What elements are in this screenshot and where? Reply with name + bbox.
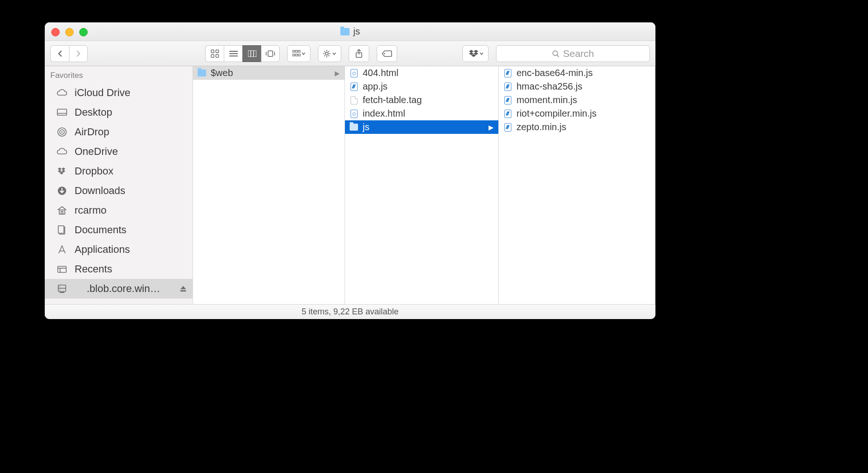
file-row[interactable]: index.html (345, 107, 498, 120)
sidebar-item-onedrive[interactable]: OneDrive (45, 142, 193, 161)
status-text: 5 items, 9,22 EB available (302, 307, 399, 317)
close-button[interactable] (51, 28, 60, 36)
item-name: $web (211, 68, 233, 78)
group-by-button[interactable] (287, 45, 310, 62)
share-button[interactable] (349, 45, 369, 62)
icon-view-button[interactable] (205, 45, 224, 62)
file-row[interactable]: zepto.min.js (499, 120, 655, 134)
desktop-icon (56, 107, 68, 118)
folder-row[interactable]: js▶ (345, 120, 498, 134)
sidebar-item-label: AirDrop (75, 126, 110, 138)
svg-rect-1 (216, 50, 219, 53)
file-icon (503, 69, 512, 77)
file-row[interactable]: hmac-sha256.js (499, 80, 655, 93)
finder-window: js (45, 22, 655, 319)
svg-rect-14 (296, 50, 297, 52)
file-row[interactable]: enc-base64-min.js (499, 66, 655, 80)
item-name: hmac-sha256.js (517, 81, 582, 92)
action-button[interactable] (318, 45, 341, 62)
view-mode-buttons (205, 45, 280, 62)
svg-rect-61 (60, 292, 64, 293)
content-area: Favorites iCloud DriveDesktopAirDropOneD… (45, 66, 655, 304)
item-name: riot+compiler.min.js (517, 108, 597, 119)
sidebar-item-label: Downloads (75, 185, 125, 197)
sidebar-header: Favorites (45, 69, 193, 83)
sidebar-item-rcarmo[interactable]: rcarmo (45, 201, 193, 220)
svg-rect-15 (298, 50, 300, 52)
file-row[interactable]: 404.html (345, 66, 498, 80)
file-icon (503, 83, 512, 91)
svg-line-26 (324, 55, 325, 56)
svg-rect-10 (268, 51, 273, 56)
back-button[interactable] (50, 45, 69, 62)
nav-buttons (50, 45, 88, 62)
search-field[interactable]: Search (496, 45, 650, 62)
sidebar-item--blob-core-win-[interactable]: .blob.core.win… (45, 279, 193, 299)
folder-icon (340, 28, 350, 35)
svg-point-59 (59, 286, 60, 287)
column-3: enc-base64-min.jshmac-sha256.jsmoment.mi… (499, 66, 655, 304)
file-row[interactable]: moment.min.js (499, 93, 655, 107)
svg-rect-49 (59, 210, 65, 214)
cloud-icon (56, 146, 68, 157)
sidebar-item-documents[interactable]: Documents (45, 220, 193, 240)
sidebar-item-applications[interactable]: Applications (45, 240, 193, 259)
sidebar-item-recents[interactable]: Recents (45, 259, 193, 279)
folder-row[interactable]: $web▶ (193, 66, 344, 80)
svg-rect-18 (298, 54, 300, 56)
airdrop-icon (56, 127, 68, 137)
folder-icon (350, 123, 358, 132)
folder-icon (198, 69, 206, 77)
svg-point-30 (384, 53, 386, 54)
sidebar-item-label: OneDrive (75, 146, 118, 158)
gallery-view-button[interactable] (261, 45, 280, 62)
sidebar-item-label: Desktop (75, 106, 112, 118)
svg-rect-0 (211, 50, 214, 53)
fullscreen-button[interactable] (79, 28, 88, 36)
file-icon (350, 96, 358, 104)
file-icon (503, 110, 512, 118)
sidebar-item-label: iCloud Drive (75, 87, 131, 99)
eject-icon[interactable] (179, 285, 187, 292)
forward-button[interactable] (69, 45, 88, 62)
item-name: fetch-table.tag (363, 95, 422, 105)
file-row[interactable]: app.js (345, 80, 498, 93)
tags-button[interactable] (377, 45, 397, 62)
column-view-button[interactable] (242, 45, 261, 62)
svg-line-24 (324, 51, 325, 52)
sidebar-item-icloud-drive[interactable]: iCloud Drive (45, 83, 193, 103)
minimize-button[interactable] (65, 28, 74, 36)
svg-rect-63 (180, 290, 186, 292)
file-icon (350, 83, 358, 91)
window-controls (51, 28, 88, 36)
documents-icon (56, 225, 68, 235)
file-icon (350, 110, 358, 118)
file-row[interactable]: riot+compiler.min.js (499, 107, 655, 120)
server-icon (56, 284, 68, 294)
svg-line-25 (329, 55, 330, 56)
item-name: zepto.min.js (517, 122, 566, 132)
sidebar-item-label: Applications (75, 243, 130, 256)
window-title: js (340, 26, 360, 37)
sidebar-item-desktop[interactable]: Desktop (45, 103, 193, 122)
sidebar-item-airdrop[interactable]: AirDrop (45, 122, 193, 142)
dropbox-button[interactable] (462, 45, 489, 62)
sidebar-item-dropbox[interactable]: Dropbox (45, 161, 193, 181)
svg-rect-7 (248, 50, 256, 57)
item-name: index.html (363, 108, 405, 119)
sidebar-item-label: Documents (75, 224, 126, 236)
sidebar-item-label: .blob.core.win… (75, 283, 160, 295)
svg-rect-2 (211, 55, 214, 57)
item-name: app.js (363, 81, 387, 92)
list-view-button[interactable] (224, 45, 242, 62)
sidebar-item-downloads[interactable]: Downloads (45, 181, 193, 201)
chevron-right-icon: ▶ (335, 70, 340, 77)
file-icon (350, 69, 358, 77)
sidebar-item-label: rcarmo (75, 204, 106, 216)
svg-rect-38 (57, 109, 67, 115)
applications-icon (56, 244, 68, 255)
svg-line-27 (329, 51, 330, 52)
file-row[interactable]: fetch-table.tag (345, 93, 498, 107)
svg-rect-17 (296, 54, 297, 56)
svg-rect-50 (61, 211, 63, 214)
